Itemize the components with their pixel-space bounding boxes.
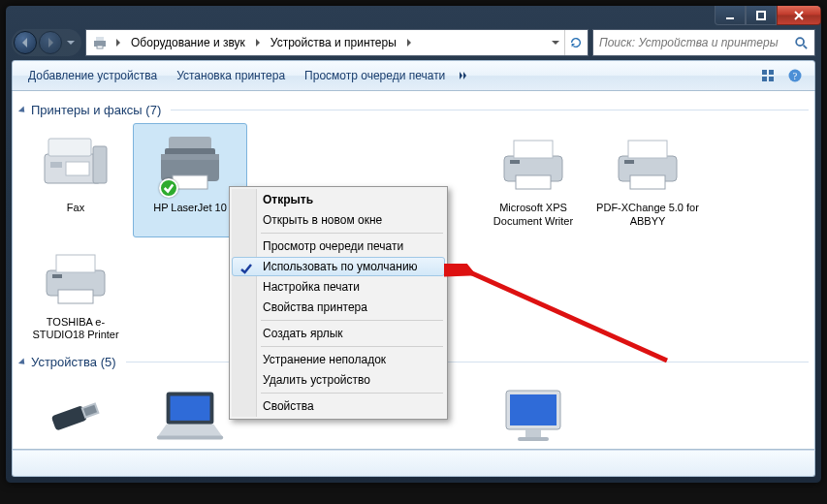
refresh-button[interactable] xyxy=(564,30,586,55)
cmd-add-device[interactable]: Добавление устройства xyxy=(20,65,165,86)
ctx-create-shortcut[interactable]: Создать ярлык xyxy=(232,324,445,343)
device-ms-xps[interactable]: Microsoft XPS Document Writer xyxy=(476,123,590,237)
refresh-icon xyxy=(569,36,583,49)
ctx-troubleshoot[interactable]: Устранение неполадок xyxy=(232,350,445,369)
details-pane xyxy=(12,450,815,477)
svg-rect-28 xyxy=(510,160,520,164)
svg-rect-45 xyxy=(510,394,557,425)
group-label: Принтеры и факсы (7) xyxy=(31,103,161,117)
svg-rect-17 xyxy=(93,146,107,183)
cmd-print-queue[interactable]: Просмотр очереди печати xyxy=(297,65,453,86)
context-menu: Открыть Открыть в новом окне Просмотр оч… xyxy=(229,186,448,420)
device-pdf-xchange[interactable]: PDF-XChange 5.0 for ABBYY xyxy=(590,123,705,237)
svg-marker-42 xyxy=(157,425,223,438)
svg-rect-47 xyxy=(518,437,549,441)
svg-rect-41 xyxy=(171,396,210,421)
ctx-remove-device[interactable]: Удалить устройство xyxy=(232,370,445,390)
svg-rect-16 xyxy=(48,139,91,156)
svg-rect-34 xyxy=(56,255,95,272)
ctx-properties[interactable]: Свойства xyxy=(232,396,445,416)
default-badge-icon xyxy=(159,178,178,198)
usb-dongle-icon xyxy=(37,382,114,450)
breadcrumb-hardware-sound[interactable]: Оборудование и звук xyxy=(125,30,251,55)
ctx-set-default[interactable]: Использовать по умолчанию xyxy=(232,257,445,276)
breadcrumb-sep-icon[interactable] xyxy=(111,30,125,55)
arrow-right-icon xyxy=(45,37,56,48)
devices-printers-icon xyxy=(92,35,108,50)
device-label: Microsoft XPS Document Writer xyxy=(481,202,586,229)
svg-rect-36 xyxy=(52,274,62,278)
svg-rect-35 xyxy=(58,290,93,303)
forward-button[interactable] xyxy=(39,31,62,54)
titlebar[interactable] xyxy=(6,6,821,29)
fax-icon xyxy=(37,130,114,198)
svg-rect-18 xyxy=(50,162,62,168)
printer-icon xyxy=(494,130,572,198)
minimize-button[interactable] xyxy=(715,6,746,25)
svg-rect-9 xyxy=(762,70,767,75)
search-box[interactable] xyxy=(592,29,815,56)
search-button[interactable] xyxy=(791,36,811,49)
explorer-window: Оборудование и звук Устройства и принтер… xyxy=(5,5,822,484)
view-icon xyxy=(760,68,776,83)
nav-history-dropdown-icon[interactable] xyxy=(66,38,76,47)
ctx-set-default-label: Использовать по умолчанию xyxy=(263,260,418,273)
help-icon: ? xyxy=(787,68,803,83)
back-button[interactable] xyxy=(14,31,37,54)
svg-rect-27 xyxy=(516,175,551,189)
group-label: Устройства (5) xyxy=(31,355,116,369)
address-dropdown-icon[interactable] xyxy=(551,38,560,47)
device-label: HP LaserJet 10 xyxy=(138,202,242,215)
printer-icon xyxy=(151,130,229,198)
group-header-printers[interactable]: Принтеры и факсы (7) xyxy=(20,103,809,117)
ctx-separator xyxy=(261,320,443,321)
command-bar: Добавление устройства Установка принтера… xyxy=(12,60,815,91)
svg-rect-5 xyxy=(96,37,104,41)
laptop-icon xyxy=(151,382,229,450)
search-icon xyxy=(794,36,808,49)
svg-text:?: ? xyxy=(793,71,798,81)
svg-rect-12 xyxy=(769,77,774,81)
svg-rect-30 xyxy=(628,141,667,158)
device-label: PDF-XChange 5.0 for ABBYY xyxy=(595,202,700,229)
svg-rect-46 xyxy=(525,429,541,437)
ctx-separator xyxy=(261,346,443,347)
svg-line-8 xyxy=(804,46,808,49)
svg-rect-43 xyxy=(157,435,223,439)
collapse-icon xyxy=(18,106,27,114)
svg-rect-1 xyxy=(757,12,765,19)
svg-rect-24 xyxy=(161,154,219,160)
svg-point-7 xyxy=(796,38,804,46)
cmd-overflow[interactable] xyxy=(459,71,468,80)
svg-rect-10 xyxy=(769,70,774,75)
ctx-open[interactable]: Открыть xyxy=(232,190,445,209)
device-fax[interactable]: Fax xyxy=(18,123,133,237)
printer-icon xyxy=(609,130,686,198)
breadcrumb-devices-printers[interactable]: Устройства и принтеры xyxy=(265,30,402,55)
ctx-separator xyxy=(261,393,443,394)
chevron-right-double-icon xyxy=(459,71,468,80)
maximize-button[interactable] xyxy=(746,6,777,25)
breadcrumb-sep-icon[interactable] xyxy=(402,30,416,55)
cmd-add-printer[interactable]: Установка принтера xyxy=(169,65,293,86)
monitor-icon xyxy=(494,382,572,450)
search-input[interactable] xyxy=(597,35,791,50)
help-button[interactable]: ? xyxy=(783,64,807,87)
breadcrumb-sep-icon[interactable] xyxy=(251,30,265,55)
ctx-printer-props[interactable]: Свойства принтера xyxy=(232,298,445,317)
device-toshiba-estudio[interactable]: TOSHIBA e-STUDIO18 Printer xyxy=(18,237,133,352)
view-options-button[interactable] xyxy=(756,64,779,87)
ctx-print-settings[interactable]: Настройка печати xyxy=(232,277,445,297)
device-pnp-monitor[interactable]: Универсальный монитор PnP xyxy=(476,375,590,450)
device-bcm2045a[interactable]: BCM2045A xyxy=(18,375,133,450)
check-icon xyxy=(239,261,254,276)
svg-rect-6 xyxy=(97,46,103,48)
close-button[interactable] xyxy=(777,6,821,25)
ctx-see-queue[interactable]: Просмотр очереди печати xyxy=(232,236,445,256)
device-label: TOSHIBA e-STUDIO18 Printer xyxy=(23,316,128,343)
nav-buttons xyxy=(12,29,81,56)
svg-rect-31 xyxy=(630,175,665,189)
svg-rect-26 xyxy=(514,141,553,158)
address-bar[interactable]: Оборудование и звук Устройства и принтер… xyxy=(85,29,588,56)
ctx-open-new-window[interactable]: Открыть в новом окне xyxy=(232,210,445,230)
